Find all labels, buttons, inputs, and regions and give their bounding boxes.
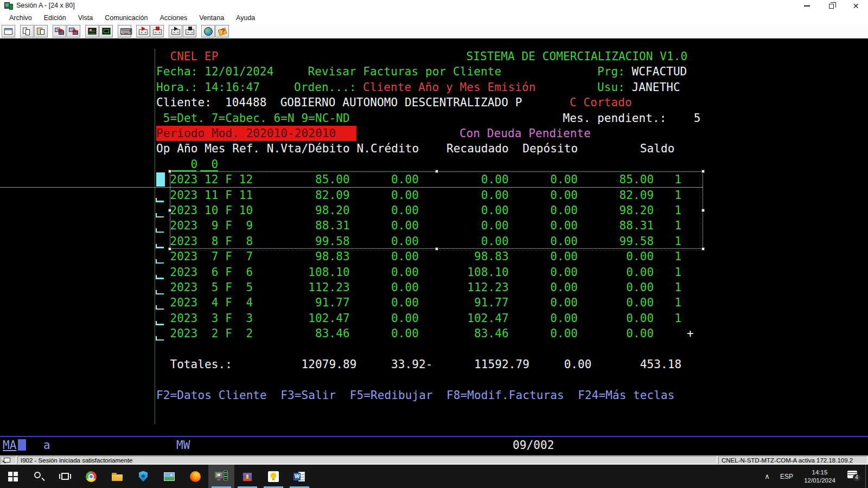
selection-marquee[interactable] [170, 171, 703, 249]
taskbar-chrome-button[interactable] [78, 465, 104, 488]
paste-button[interactable] [34, 25, 48, 37]
op-input-field[interactable] [156, 197, 164, 202]
menu-edicion[interactable]: Edición [38, 13, 72, 23]
taskbar-shield-app-button[interactable] [130, 465, 156, 488]
op-input-field[interactable] [156, 290, 164, 294]
chrome-icon [85, 470, 98, 483]
field-underscore [156, 232, 164, 233]
op-input-field[interactable] [156, 243, 164, 248]
oia-cursor-block [18, 439, 26, 451]
tray-chevron-icon[interactable]: ∧ [759, 472, 775, 480]
taskbar-search-button[interactable] [26, 465, 52, 488]
taskbar-file-explorer-button[interactable] [104, 465, 130, 488]
color-setup-button[interactable] [99, 25, 113, 37]
terminal-text: F2=Datos Cliente F3=Salir F5=Redibujar F… [156, 388, 675, 403]
tray-time: 14:15 [798, 468, 841, 477]
show-desktop-strip[interactable] [865, 465, 868, 488]
terminal-line: Cliente:104488GOBIERNO AUTONOMO DESCENTR… [156, 95, 715, 110]
close-button[interactable]: ✕ [844, 0, 868, 12]
op-input-field[interactable] [156, 228, 164, 233]
oia-keyboard-indicator: a [43, 438, 50, 452]
play-macro-icon [174, 27, 178, 31]
taskbar-pcomm-button[interactable] [208, 465, 234, 488]
op-input-field[interactable] [156, 336, 164, 341]
marquee-handle-bl[interactable] [168, 247, 171, 251]
receive-file-button[interactable] [67, 25, 80, 37]
terminal-text: SISTEMA DE COMERCIALIZACION V1.0 [467, 49, 688, 64]
help-button[interactable]: ? [215, 25, 229, 37]
op-input-field[interactable] [156, 259, 164, 264]
paste-icon [40, 29, 44, 35]
marquee-handle-mr[interactable] [701, 209, 705, 212]
minimize-button[interactable] [795, 0, 819, 12]
taskbar-word-button[interactable] [286, 465, 312, 488]
op-input-field[interactable] [156, 305, 164, 310]
play-macro-button[interactable] [169, 25, 182, 37]
taskbar-firefox-button[interactable] [182, 465, 208, 488]
taskbar-task-view-button[interactable] [52, 465, 78, 488]
restore-icon [829, 4, 834, 9]
terminal-line: CNEL EPSISTEMA DE COMERCIALIZACION V1.0 [156, 49, 715, 64]
menubar: ArchivoEdiciónVistaComunicaciónAccionesV… [0, 12, 868, 24]
new-session-button[interactable] [2, 25, 15, 37]
terminal-text: Op Año Mes Ref. N.Vta/Débito N.Crédito R… [156, 141, 675, 156]
menu-vista[interactable]: Vista [72, 13, 99, 23]
menu-ayuda[interactable]: Ayuda [230, 13, 261, 23]
stop-macro-icon [156, 27, 159, 30]
menu-acciones[interactable]: Acciones [154, 13, 193, 23]
terminal-screen[interactable]: CNEL EPSISTEMA DE COMERCIALIZACION V1.0F… [0, 38, 868, 455]
restore-button[interactable] [819, 0, 844, 12]
terminal-line: Fecha: 12/01/2024Revisar Facturas por Cl… [156, 64, 715, 79]
terminal-text: GOBIERNO AUTONOMO DESCENTRALIZADO P [280, 95, 522, 110]
op-input-field[interactable] [156, 274, 164, 279]
stop-macro-button[interactable] [150, 25, 164, 37]
word-icon [293, 470, 306, 483]
send-file-button[interactable] [53, 25, 66, 37]
titlebar[interactable]: Sesión A - [24 x 80] ✕ [0, 0, 868, 12]
op-input-field[interactable] [156, 213, 164, 217]
taskbar-start-button[interactable] [0, 465, 26, 488]
clock[interactable]: 14:15 12/01/2024 [798, 468, 841, 485]
rule-line-vertical [155, 49, 155, 424]
language-indicator[interactable]: ESP [775, 473, 798, 480]
marquee-handle-tm[interactable] [435, 170, 438, 173]
quit-macro-button[interactable] [183, 25, 196, 37]
menu-ventana[interactable]: Ventana [193, 13, 230, 23]
connection-status: CNEL-N-STD-MTZ-COM-A activa 172.18.109.2 [718, 456, 867, 464]
menu-archivo[interactable]: Archivo [3, 13, 38, 23]
taskbar-winrar-button[interactable] [234, 465, 260, 488]
copy-button[interactable] [20, 25, 34, 37]
terminal-text: 2023 5 F 5 112.23 0.00 112.23 0.00 0.00 … [170, 280, 681, 295]
keyboard-setup-button[interactable]: ⌨ [118, 25, 131, 37]
marquee-handle-ml[interactable] [168, 209, 171, 212]
taskbar-photos-button[interactable] [156, 465, 182, 488]
field-underscore [156, 339, 164, 341]
terminal-text: 2023 6 F 6 108.10 0.00 108.10 0.00 0.00 … [170, 265, 681, 280]
terminal-text: 5=Det. 7=Cabec. 6=N 9=NC-ND [163, 111, 350, 126]
photos-icon [163, 470, 176, 483]
notification-center-button[interactable]: 4 [841, 465, 865, 488]
marquee-handle-br[interactable] [701, 247, 705, 251]
web-browser-button[interactable] [201, 25, 215, 37]
terminal-line: Op Año Mes Ref. N.Vta/Débito N.Crédito R… [156, 141, 715, 156]
terminal-line: F2=Datos Cliente F3=Salir F5=Redibujar F… [156, 388, 715, 403]
marquee-handle-tl[interactable] [168, 170, 171, 173]
keyboard-setup-icon: ⌨ [120, 27, 132, 37]
terminal-line: 2023 6 F 6 108.10 0.00 108.10 0.00 0.00 … [156, 265, 715, 280]
oia-cursor-position: 09/002 [513, 438, 554, 452]
oia-system-indicator: MA [3, 438, 16, 452]
terminal-text: CNEL EP [170, 49, 218, 64]
display-setup-button[interactable] [85, 25, 99, 37]
record-macro-button[interactable] [136, 25, 150, 37]
close-icon: ✕ [853, 2, 859, 10]
marquee-handle-tr[interactable] [701, 170, 705, 173]
task-view-icon [59, 470, 72, 483]
field-underscore [156, 278, 164, 279]
menu-comunicacion[interactable]: Comunicación [99, 13, 154, 23]
op-input-field[interactable] [156, 320, 164, 325]
terminal-text: Totales.: 12079.89 33.92- 11592.79 0.00 … [170, 357, 681, 372]
taskbar-ideas-button[interactable] [260, 465, 286, 488]
marquee-handle-bm[interactable] [435, 247, 438, 251]
winrar-icon [241, 470, 254, 483]
terminal-text: 0 [212, 157, 219, 172]
